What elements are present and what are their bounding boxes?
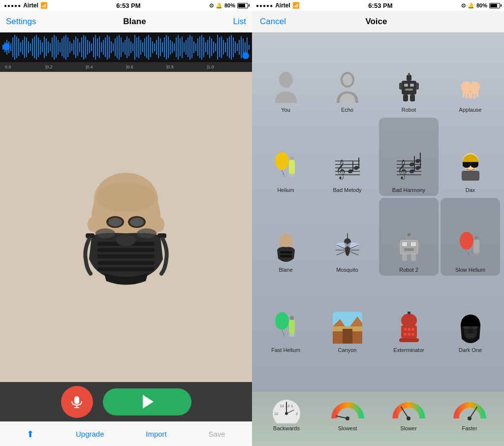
blane-icon bbox=[268, 229, 304, 265]
svg-rect-112 bbox=[221, 36, 222, 58]
svg-point-225 bbox=[460, 232, 473, 250]
helium-label: Helium bbox=[277, 187, 294, 193]
speed-item-slower[interactable]: Slower bbox=[381, 396, 436, 431]
svg-rect-11 bbox=[22, 40, 23, 55]
record-button[interactable] bbox=[61, 386, 93, 418]
svg-rect-227 bbox=[474, 236, 478, 240]
svg-rect-115 bbox=[227, 38, 228, 56]
voice-item-fasthelium[interactable]: Fast Helium bbox=[256, 278, 315, 356]
timeline-08: |0.8 bbox=[166, 64, 207, 69]
speed-item-backwards[interactable]: 11 12 1 10 2 Backwards bbox=[259, 396, 314, 431]
svg-rect-106 bbox=[209, 36, 210, 58]
svg-rect-230 bbox=[289, 319, 295, 335]
svg-rect-202 bbox=[280, 255, 292, 257]
voice-item-applause[interactable]: Applause bbox=[441, 37, 500, 116]
voice-item-helium[interactable]: Helium bbox=[256, 118, 315, 196]
voice-item-slowhelium[interactable]: Slow Helium bbox=[441, 198, 500, 276]
svg-rect-33 bbox=[65, 35, 66, 60]
play-button[interactable] bbox=[103, 388, 191, 415]
svg-point-200 bbox=[280, 234, 292, 244]
svg-rect-59 bbox=[117, 36, 118, 58]
play-triangle-icon bbox=[143, 395, 154, 409]
svg-point-196 bbox=[471, 162, 478, 168]
dax-icon bbox=[453, 150, 488, 185]
svg-rect-153 bbox=[404, 84, 408, 87]
svg-rect-31 bbox=[62, 38, 63, 56]
svg-point-143 bbox=[116, 234, 136, 246]
voice-item-robot2[interactable]: Robot 2 bbox=[379, 198, 439, 276]
svg-rect-49 bbox=[97, 38, 98, 56]
share-button[interactable]: ⬆ bbox=[27, 429, 34, 440]
speed-item-faster[interactable]: Faster bbox=[442, 396, 497, 431]
svg-rect-53 bbox=[105, 37, 106, 57]
svg-rect-226 bbox=[473, 239, 479, 255]
cancel-button[interactable]: Cancel bbox=[260, 17, 286, 27]
waveform-handle-right[interactable] bbox=[242, 52, 249, 59]
svg-rect-32 bbox=[63, 36, 64, 58]
timeline-02: |0.2 bbox=[45, 64, 86, 69]
svg-point-229 bbox=[275, 312, 289, 330]
svg-rect-75 bbox=[148, 35, 149, 60]
svg-rect-170 bbox=[290, 156, 294, 160]
timeline-06: |0.6 bbox=[126, 64, 166, 69]
voice-item-robot[interactable]: Robot bbox=[379, 37, 439, 116]
svg-rect-10 bbox=[20, 42, 21, 52]
voice-item-blane[interactable]: Blane bbox=[256, 198, 315, 276]
svg-rect-70 bbox=[138, 36, 139, 58]
blane-label: Blane bbox=[279, 267, 292, 273]
svg-rect-161 bbox=[410, 95, 415, 101]
timeline-0: 0.0 bbox=[5, 64, 45, 69]
list-button[interactable]: List bbox=[233, 17, 246, 27]
svg-rect-20 bbox=[40, 40, 41, 55]
waveform-container: 0.0 |0.2 |0.4 |0.6 |0.8 |1.0 bbox=[0, 32, 252, 72]
svg-rect-13 bbox=[26, 37, 27, 57]
left-carrier-name: Airtel bbox=[23, 2, 38, 9]
voice-item-badharmony[interactable]: 𝄞 Bad Harmony bbox=[379, 118, 439, 196]
svg-rect-86 bbox=[170, 40, 171, 55]
save-button[interactable]: Save bbox=[208, 430, 225, 438]
voice-item-badmelody[interactable]: 𝄞 Bad Melody bbox=[317, 118, 377, 196]
svg-rect-47 bbox=[93, 37, 94, 57]
svg-rect-113 bbox=[223, 40, 224, 55]
svg-point-168 bbox=[275, 152, 289, 170]
svg-rect-100 bbox=[197, 38, 198, 56]
svg-rect-142 bbox=[158, 233, 166, 238]
svg-rect-43 bbox=[85, 36, 86, 58]
voice-item-exterminator[interactable]: Exterminator bbox=[379, 278, 439, 356]
import-button[interactable]: Import bbox=[146, 430, 167, 438]
svg-rect-120 bbox=[237, 43, 238, 51]
waveform-handle-left[interactable] bbox=[3, 43, 10, 50]
svg-rect-154 bbox=[410, 84, 414, 87]
svg-rect-254 bbox=[467, 336, 474, 337]
voice-item-dax[interactable]: Dax bbox=[441, 118, 500, 196]
svg-rect-81 bbox=[160, 38, 161, 56]
slower-gauge bbox=[390, 396, 427, 423]
svg-line-209 bbox=[337, 252, 345, 255]
timeline-10: |1.0 bbox=[207, 64, 247, 69]
svg-rect-219 bbox=[408, 233, 410, 236]
settings-button[interactable]: Settings bbox=[6, 17, 36, 27]
svg-rect-201 bbox=[280, 251, 292, 254]
svg-rect-231 bbox=[290, 316, 294, 320]
voice-item-mosquito[interactable]: Mosquito bbox=[317, 198, 377, 276]
voice-item-canyon[interactable]: Canyon bbox=[317, 278, 377, 356]
svg-rect-6 bbox=[12, 37, 13, 57]
svg-rect-122 bbox=[241, 36, 242, 58]
right-status-time: 6:53 PM bbox=[368, 2, 392, 9]
svg-rect-57 bbox=[113, 43, 114, 51]
speed-item-slowest[interactable]: Slowest bbox=[320, 396, 375, 431]
voice-item-darkone[interactable]: Dark One bbox=[441, 278, 500, 356]
svg-rect-94 bbox=[186, 40, 187, 55]
svg-point-267 bbox=[468, 416, 472, 420]
svg-point-261 bbox=[285, 412, 288, 415]
svg-rect-99 bbox=[195, 43, 196, 51]
dark-one-icon bbox=[453, 310, 488, 345]
voice-item-echo[interactable]: Echo bbox=[317, 37, 377, 116]
upgrade-button[interactable]: Upgrade bbox=[76, 430, 104, 438]
svg-rect-54 bbox=[107, 35, 108, 60]
slower-label: Slower bbox=[400, 425, 417, 431]
voice-item-you[interactable]: You bbox=[256, 37, 315, 116]
svg-rect-109 bbox=[215, 43, 216, 51]
dax-label: Dax bbox=[466, 187, 475, 193]
mic-icon bbox=[69, 394, 84, 409]
